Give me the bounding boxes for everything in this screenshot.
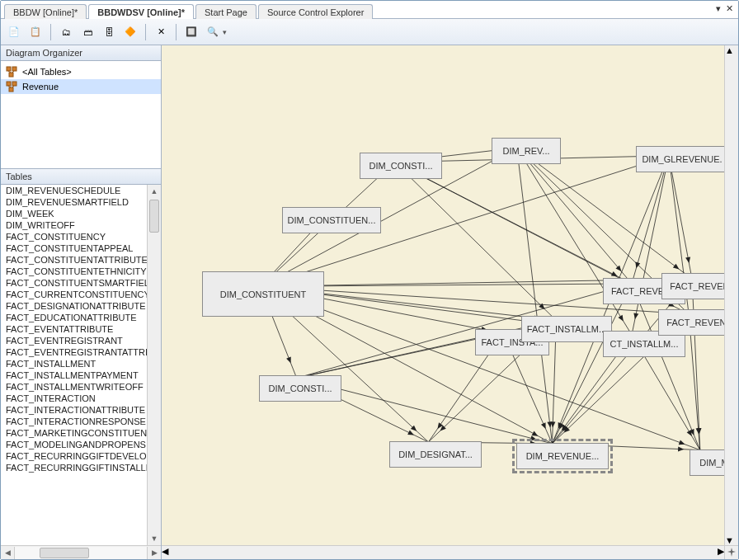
table-list-item[interactable]: FACT_RECURRINGGIFTDEVELOP	[1, 450, 147, 462]
table-list-item[interactable]: FACT_CONSTITUENTAPPEAL	[1, 242, 147, 254]
diagram-node[interactable]: DIM_M	[690, 449, 724, 476]
delete-icon[interactable]: ✕	[153, 24, 169, 40]
document-tab[interactable]: Start Page	[195, 4, 257, 19]
diagram-canvas-area: DIM_CONSTITUENTDIM_CONSTITUEN...DIM_CONS…	[162, 45, 738, 559]
table-list-item[interactable]: DIM_REVENUESMARTFIELD	[1, 196, 147, 208]
table-list-item[interactable]: FACT_INTERACTION	[1, 393, 147, 404]
svg-marker-105	[678, 446, 684, 451]
table-list-item[interactable]: FACT_INSTALLMENT	[1, 358, 147, 369]
diagram-node[interactable]: DIM_GLREVENUE.	[636, 146, 724, 172]
svg-marker-95	[562, 426, 568, 431]
diagram-node[interactable]: DIM_REVENUE...	[516, 443, 609, 469]
svg-marker-69	[685, 256, 690, 263]
scroll-up-icon[interactable]: ▲	[725, 45, 738, 55]
pan-navigator-icon[interactable]	[724, 545, 738, 559]
diagram-node[interactable]: DIM_REV...	[492, 138, 561, 164]
table-list-item[interactable]: FACT_CONSTITUENTETHNICITY	[1, 266, 147, 277]
toolbar-separator	[145, 24, 146, 40]
diagram-node[interactable]: DIM_DESIGNAT...	[389, 441, 482, 468]
diagram-node[interactable]: FACT_INSTALLM...	[521, 316, 612, 342]
document-tab[interactable]: BBDW [Online]*	[4, 4, 87, 19]
svg-line-72	[632, 156, 669, 335]
svg-line-36	[261, 286, 700, 449]
diagram-node-label: FACT_INSTALLM...	[527, 324, 606, 334]
svg-marker-43	[539, 304, 544, 309]
scroll-down-icon[interactable]: ▼	[148, 532, 161, 545]
scroll-thumb[interactable]	[149, 200, 159, 233]
svg-line-90	[553, 284, 632, 444]
svg-marker-91	[559, 423, 564, 430]
diagram-node-label: DIM_CONSTI...	[268, 384, 332, 393]
organizer-item[interactable]: <All Tables>	[1, 64, 161, 79]
table-list-item[interactable]: FACT_DESIGNATIONATTRIBUTE	[1, 300, 147, 312]
find-table-icon[interactable]: 🔶	[122, 24, 139, 40]
table-list-item[interactable]: FACT_INSTALLMENTPAYMENT	[1, 369, 147, 381]
scroll-thumb[interactable]	[40, 548, 89, 558]
scroll-right-icon[interactable]: ▶	[148, 547, 161, 559]
table-list-item[interactable]: FACT_INTERACTIONRESPONSE	[1, 416, 147, 427]
document-tab[interactable]: Source Control Explorer	[258, 4, 373, 19]
svg-marker-59	[615, 266, 621, 271]
table-list-item[interactable]: FACT_CONSTITUENCY	[1, 231, 147, 242]
canvas-horizontal-scrollbar[interactable]: ◀ ▶	[162, 545, 724, 559]
scroll-right-icon[interactable]: ▶	[718, 546, 724, 559]
zoom-icon[interactable]: 🔍	[205, 24, 221, 40]
diagram-node[interactable]: DIM_CONSTI...	[360, 153, 442, 179]
table-list-item[interactable]: FACT_RECURRINGGIFTINSTALLM	[1, 462, 147, 473]
scroll-left-icon[interactable]: ◀	[1, 547, 14, 559]
diagram-node[interactable]: FACT_REVENUE	[658, 309, 724, 336]
svg-marker-65	[618, 315, 623, 322]
table-list-item[interactable]: FACT_CURRENTCONSTITUENCY	[1, 289, 147, 300]
document-tab[interactable]: BBDWDSV [Online]*	[88, 4, 194, 19]
tables-vertical-scrollbar[interactable]: ▲ ▼	[147, 185, 161, 545]
table-list-item[interactable]: FACT_MARKETINGCONSTITUENT	[1, 427, 147, 439]
svg-marker-101	[696, 428, 701, 434]
app-window: BBDW [Online]*BBDWDSV [Online]*Start Pag…	[0, 0, 739, 560]
table-list-item[interactable]: FACT_CONSTITUENTSMARTFIEL	[1, 277, 147, 289]
tab-dropdown-icon[interactable]: ▾	[716, 2, 721, 14]
refresh-icon[interactable]: 📋	[27, 24, 44, 40]
svg-rect-1	[12, 67, 16, 71]
table-list-item[interactable]: FACT_CONSTITUENTATTRIBUTE	[1, 254, 147, 266]
svg-line-74	[632, 156, 669, 284]
table-list-item[interactable]: FACT_MODELINGANDPROPENSIT	[1, 439, 147, 450]
svg-line-66	[517, 148, 553, 444]
table-list-item[interactable]: DIM_WEEK	[1, 208, 147, 219]
table-list-item[interactable]: DIM_WRITEOFF	[1, 219, 147, 231]
table-list-item[interactable]: DIM_REVENUESCHEDULE	[1, 185, 147, 196]
tab-close-icon[interactable]: ✕	[726, 2, 733, 14]
svg-line-64	[517, 148, 632, 335]
diagram-node-label: DIM_DESIGNAT...	[398, 449, 473, 459]
table-list-item[interactable]: FACT_EVENTATTRIBUTE	[1, 323, 147, 335]
toolbar-separator	[176, 24, 177, 40]
svg-line-58	[517, 148, 632, 284]
fit-icon[interactable]: 🔲	[183, 24, 200, 40]
table-list-item[interactable]: FACT_EVENTREGISTRANTATTRI	[1, 346, 147, 358]
diagram-node[interactable]: DIM_CONSTI...	[259, 375, 341, 402]
svg-marker-85	[440, 425, 446, 431]
canvas-vertical-scrollbar[interactable]: ▲ ▼	[724, 45, 738, 545]
diagram-node[interactable]: FACT_REVENUE	[661, 273, 724, 299]
table-list-item[interactable]: FACT_EVENTREGISTRANT	[1, 335, 147, 346]
diagram-node-label: DIM_CONSTI...	[369, 161, 432, 171]
diagram-node[interactable]: DIM_CONSTITUENT	[202, 271, 324, 317]
arrange-icon[interactable]: 🗃	[79, 24, 96, 40]
svg-marker-77	[558, 422, 563, 429]
scroll-down-icon[interactable]: ▼	[725, 535, 738, 545]
scroll-left-icon[interactable]: ◀	[162, 546, 168, 559]
table-list-item[interactable]: FACT_EDUCATIONATTRIBUTE	[1, 312, 147, 323]
scroll-up-icon[interactable]: ▲	[148, 185, 161, 198]
tables-horizontal-scrollbar[interactable]: ◀ ▶	[1, 545, 161, 559]
new-table-icon[interactable]: 📄	[6, 24, 22, 40]
tables-list: DIM_REVENUESCHEDULEDIM_REVENUESMARTFIELD…	[1, 185, 161, 545]
diagram-node[interactable]: DIM_CONSTITUEN...	[282, 207, 381, 233]
diagram-canvas[interactable]: DIM_CONSTITUENTDIM_CONSTITUEN...DIM_CONS…	[162, 45, 724, 545]
svg-marker-75	[635, 262, 640, 269]
toolbar-dropdown-icon[interactable]: ▾	[223, 28, 227, 36]
zoom-diagram-icon[interactable]: 🗄	[101, 24, 117, 40]
diagram-organizer-title: Diagram Organizer	[1, 45, 161, 61]
table-list-item[interactable]: FACT_INSTALLMENTWRITEOFF	[1, 381, 147, 393]
table-list-item[interactable]: FACT_INTERACTIONATTRIBUTE	[1, 404, 147, 416]
organizer-item[interactable]: Revenue	[1, 79, 161, 94]
add-objects-icon[interactable]: 🗂	[58, 24, 74, 40]
